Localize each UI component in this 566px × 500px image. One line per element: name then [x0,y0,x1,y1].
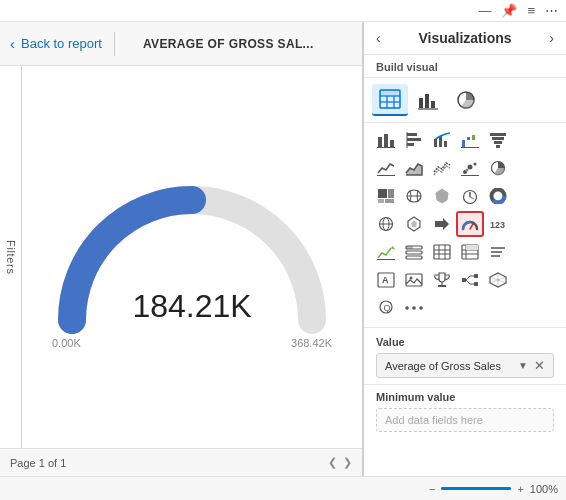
ribbon-icon[interactable] [428,155,456,181]
viz-left-arrow[interactable]: ‹ [376,30,381,46]
icon-grid: 123 [364,123,566,327]
svg-rect-22 [462,140,465,147]
min-section-label: Minimum value [376,391,554,403]
more-visuals-icon[interactable] [400,295,428,321]
svg-rect-81 [474,282,478,286]
top-bar-icons: — 📌 ≡ ⋯ [478,3,558,18]
treemap-icon[interactable] [372,183,400,209]
menu-icon[interactable]: ≡ [527,3,535,18]
report-title: AVERAGE OF GROSS SAL... [143,37,314,51]
back-arrow-icon: ‹ [10,35,15,52]
svg-point-89 [412,306,416,310]
svg-marker-51 [435,218,449,230]
zoom-slider[interactable] [441,487,511,490]
svg-rect-37 [378,189,387,198]
page-label: Page 1 of 1 [10,457,66,469]
svg-line-45 [470,197,474,199]
svg-rect-26 [490,133,506,136]
back-to-report-button[interactable]: ‹ Back to report [10,35,102,52]
min-value-field-section: Minimum value Add data fields here [364,384,566,438]
matrix-icon[interactable] [456,239,484,265]
svg-rect-13 [390,140,394,147]
gauge-min-label: 0.00K [52,337,81,349]
svg-rect-75 [406,274,422,286]
icon-row-6: A [372,267,558,293]
back-to-report-label: Back to report [21,36,102,51]
gauge-max-label: 368.42K [291,337,332,349]
arrow-right-icon[interactable] [428,211,456,237]
svg-rect-20 [439,136,442,147]
filters-strip[interactable]: Filters [0,66,22,448]
svg-rect-27 [492,137,504,140]
icon-row-7: Q [372,295,558,321]
svg-rect-6 [419,98,423,108]
field-pill-icons: ▼ ✕ [518,358,545,373]
right-panel: ‹ Visualizations › Build visual [363,22,566,476]
gauge-labels: 0.00K 368.42K [52,337,332,349]
bar-horizontal-icon[interactable] [400,127,428,153]
combo-icon[interactable] [428,127,456,153]
svg-rect-69 [466,245,478,250]
content-area: Filters 184.21K 0.00K 368.42K [0,66,362,448]
value-field-pill: Average of Gross Sales ▼ ✕ [376,353,554,378]
globe-icon[interactable] [372,211,400,237]
top-table-icon[interactable] [372,84,408,116]
clock-gauge-icon[interactable] [456,183,484,209]
filled-map-icon[interactable] [428,183,456,209]
svg-rect-7 [425,94,429,108]
table-viz-icon[interactable] [428,239,456,265]
svg-line-82 [466,276,470,280]
svg-rect-79 [462,278,466,282]
top-pie-chart-icon[interactable] [448,84,484,116]
svg-rect-19 [434,139,437,147]
svg-rect-59 [406,246,413,249]
nav-bar: ‹ Back to report AVERAGE OF GROSS SAL... [0,22,362,66]
donut-icon[interactable] [484,183,512,209]
kpi-icon[interactable] [372,239,400,265]
svg-rect-78 [438,285,446,287]
funnel-icon[interactable] [484,127,512,153]
waterfall-icon[interactable] [456,127,484,153]
map-icon[interactable] [400,183,428,209]
prev-page-button[interactable]: ❮ [328,456,337,469]
trophy-icon[interactable] [428,267,456,293]
qna-icon[interactable]: Q [372,295,400,321]
field-dropdown-icon[interactable]: ▼ [518,360,528,371]
svg-marker-54 [391,246,395,250]
shape-map-icon[interactable] [400,211,428,237]
decomp-tree-icon[interactable] [456,267,484,293]
gauge-chart-icon[interactable] [456,211,484,237]
top-bar: — 📌 ≡ ⋯ [0,0,566,22]
value-section-label: Value [376,336,554,348]
scatter-icon[interactable] [456,155,484,181]
svg-rect-12 [384,134,388,147]
page-footer: Page 1 of 1 ❮ ❯ [0,448,362,476]
area-chart-icon[interactable] [400,155,428,181]
text-box-icon[interactable]: A [372,267,400,293]
number-card-icon[interactable]: 123 [484,211,512,237]
viz-right-arrow[interactable]: › [549,30,554,46]
svg-text:A: A [382,275,389,285]
zoom-minus-button[interactable]: − [429,483,435,495]
svg-rect-38 [388,189,394,198]
next-page-button[interactable]: ❯ [343,456,352,469]
svg-point-34 [466,169,469,172]
zoom-plus-button[interactable]: + [517,483,523,495]
add-fields-placeholder[interactable]: Add data fields here [376,408,554,432]
svg-rect-21 [444,141,447,147]
line-chart-icon[interactable] [372,155,400,181]
azure-map-icon[interactable] [484,267,512,293]
more-icon[interactable]: ⋯ [545,3,558,18]
stacked-column-icon[interactable] [372,127,400,153]
hamburger-icon[interactable]: — [478,3,491,18]
pin-icon[interactable]: 📌 [501,3,517,18]
smart-narrative-icon[interactable] [484,239,512,265]
pie-icon[interactable] [484,155,512,181]
svg-text:Q: Q [384,303,391,313]
svg-rect-57 [406,251,422,254]
slicer-icon[interactable] [400,239,428,265]
image-icon[interactable] [400,267,428,293]
zoom-slider-fill [441,487,511,490]
field-remove-icon[interactable]: ✕ [534,358,545,373]
top-bar-chart-icon[interactable] [410,84,446,116]
